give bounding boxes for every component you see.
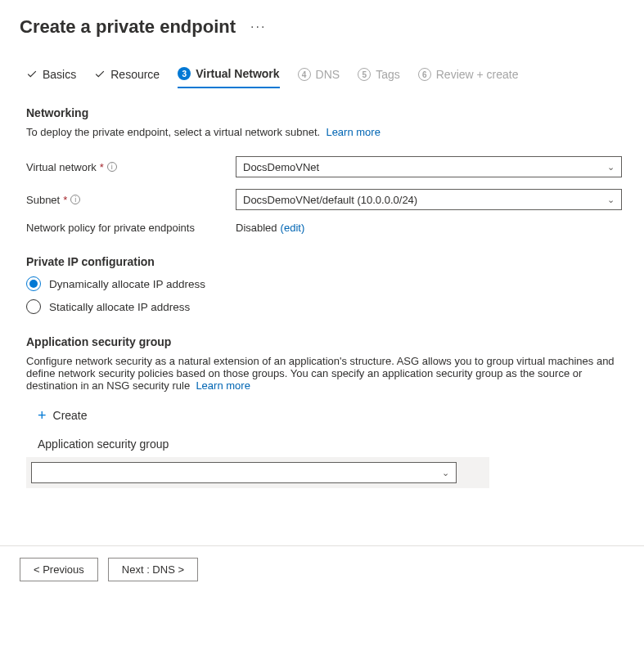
next-button[interactable]: Next : DNS > bbox=[108, 558, 198, 581]
info-icon[interactable]: i bbox=[70, 195, 80, 204]
tab-basics[interactable]: Basics bbox=[26, 67, 76, 88]
radio-dynamic-label: Dynamically allocate IP address bbox=[49, 278, 205, 290]
tab-virtual-network-label: Virtual Network bbox=[196, 67, 279, 80]
page-title: Create a private endpoint bbox=[20, 16, 236, 38]
radio-static-label: Statically allocate IP address bbox=[49, 301, 190, 313]
info-icon[interactable]: i bbox=[107, 162, 117, 172]
asg-select-row: ⌄ bbox=[26, 457, 489, 488]
tab-review-create[interactable]: 6 Review + create bbox=[418, 67, 519, 88]
networking-learn-more-link[interactable]: Learn more bbox=[326, 126, 380, 138]
required-indicator: * bbox=[63, 194, 67, 206]
radio-icon bbox=[26, 299, 41, 314]
virtual-network-label: Virtual network * i bbox=[26, 161, 236, 173]
tab-dns[interactable]: 4 DNS bbox=[298, 67, 340, 88]
required-indicator: * bbox=[100, 161, 104, 173]
network-policy-value: Disabled bbox=[236, 222, 277, 234]
radio-static-ip[interactable]: Statically allocate IP address bbox=[26, 299, 624, 314]
create-label: Create bbox=[53, 409, 88, 422]
chevron-down-icon: ⌄ bbox=[607, 162, 615, 173]
step-number-3: 3 bbox=[178, 67, 191, 80]
tab-dns-label: DNS bbox=[316, 68, 340, 81]
asg-learn-more-link[interactable]: Learn more bbox=[196, 379, 250, 392]
wizard-footer: < Previous Next : DNS > bbox=[0, 545, 644, 593]
tab-review-label: Review + create bbox=[436, 68, 519, 81]
tab-tags-label: Tags bbox=[376, 68, 400, 81]
plus-icon: + bbox=[38, 408, 47, 423]
asg-description: Configure network security as a natural … bbox=[26, 355, 624, 392]
tab-virtual-network[interactable]: 3 Virtual Network bbox=[178, 67, 279, 88]
networking-heading: Networking bbox=[26, 106, 624, 119]
radio-icon bbox=[26, 276, 41, 291]
networking-description: To deploy the private endpoint, select a… bbox=[26, 126, 624, 138]
tab-resource-label: Resource bbox=[110, 68, 160, 81]
ip-config-heading: Private IP configuration bbox=[26, 255, 624, 268]
check-icon bbox=[94, 69, 106, 80]
chevron-down-icon: ⌄ bbox=[442, 468, 449, 478]
network-policy-label: Network policy for private endpoints bbox=[26, 222, 236, 234]
chevron-down-icon: ⌄ bbox=[607, 195, 615, 205]
step-number-6: 6 bbox=[418, 68, 431, 81]
more-options-button[interactable]: ··· bbox=[247, 18, 269, 36]
radio-dynamic-ip[interactable]: Dynamically allocate IP address bbox=[26, 276, 624, 291]
create-asg-button[interactable]: + Create bbox=[33, 405, 92, 426]
ip-config-section: Private IP configuration Dynamically all… bbox=[26, 255, 624, 314]
virtual-network-select[interactable]: DocsDemoVNet ⌄ bbox=[236, 156, 622, 177]
tab-resource[interactable]: Resource bbox=[94, 67, 160, 88]
asg-column-header: Application security group bbox=[38, 437, 624, 451]
subnet-select[interactable]: DocsDemoVNet/default (10.0.0.0/24) ⌄ bbox=[236, 189, 622, 210]
step-number-5: 5 bbox=[358, 68, 371, 81]
subnet-label: Subnet * i bbox=[26, 194, 236, 206]
check-icon bbox=[26, 69, 38, 80]
tab-tags[interactable]: 5 Tags bbox=[358, 67, 400, 88]
wizard-tabs: Basics Resource 3 Virtual Network 4 DNS … bbox=[26, 67, 624, 88]
tab-basics-label: Basics bbox=[43, 68, 76, 81]
asg-select[interactable]: ⌄ bbox=[31, 462, 457, 483]
virtual-network-value: DocsDemoVNet bbox=[243, 161, 319, 173]
subnet-value: DocsDemoVNet/default (10.0.0.0/24) bbox=[243, 194, 417, 206]
step-number-4: 4 bbox=[298, 68, 311, 81]
network-policy-edit-link[interactable]: (edit) bbox=[281, 222, 305, 234]
asg-heading: Application security group bbox=[26, 335, 624, 348]
asg-section: Application security group Configure net… bbox=[26, 335, 624, 488]
previous-button[interactable]: < Previous bbox=[20, 558, 98, 581]
networking-section: Networking To deploy the private endpoin… bbox=[26, 106, 624, 234]
